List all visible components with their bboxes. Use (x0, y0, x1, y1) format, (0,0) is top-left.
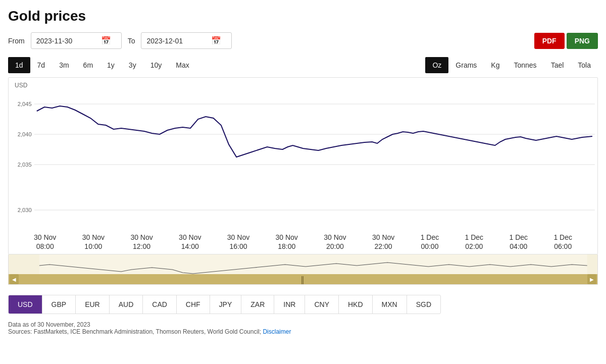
x-label-6: 30 Nov20:00 (324, 233, 346, 251)
export-buttons: PDF PNG (534, 33, 598, 49)
currency-btn-chf[interactable]: CHF (177, 295, 210, 314)
currency-btn-cny[interactable]: CNY (305, 295, 339, 314)
time-range-buttons: 1d7d3m6m1y3y10yMax (8, 57, 196, 73)
currency-btn-inr[interactable]: INR (274, 295, 305, 314)
chart-svg-wrapper: 2,045 2,040 2,035 2,030 (9, 89, 597, 232)
time-range-btn-7d[interactable]: 7d (30, 57, 53, 73)
to-date-input[interactable] (146, 37, 207, 45)
price-line (37, 106, 592, 157)
currency-selector: USDGBPEURAUDCADCHFJPYZARINRCNYHKDMXNSGD (8, 295, 441, 314)
unit-btn-tola[interactable]: Tola (571, 57, 598, 73)
y-axis-label: USD (9, 78, 597, 89)
date-filter-row: From 📅 To 📅 PDF PNG (8, 32, 598, 49)
page-title: Gold prices (8, 8, 598, 24)
from-label: From (8, 37, 25, 45)
png-button[interactable]: PNG (567, 33, 598, 49)
currency-btn-sgd[interactable]: SGD (407, 295, 440, 314)
time-range-btn-3m[interactable]: 3m (52, 57, 76, 73)
unit-btn-tael[interactable]: Tael (544, 57, 571, 73)
time-range-btn-3y[interactable]: 3y (122, 57, 143, 73)
unit-btn-oz[interactable]: Oz (425, 57, 448, 73)
x-label-11: 1 Dec06:00 (553, 233, 572, 251)
currency-btn-cad[interactable]: CAD (143, 295, 177, 314)
data-as-label: Data as of (8, 321, 36, 328)
x-label-7: 30 Nov22:00 (372, 233, 394, 251)
sources-line: Sources: FastMarkets, ICE Benchmark Admi… (8, 328, 598, 335)
currency-btn-hkd[interactable]: HKD (339, 295, 373, 314)
from-date-input-wrap[interactable]: 📅 (31, 32, 122, 49)
time-range-btn-6m[interactable]: 6m (76, 57, 100, 73)
mini-handle-left[interactable]: ◀ (10, 274, 19, 284)
svg-rect-9 (39, 254, 587, 276)
currency-btn-jpy[interactable]: JPY (210, 295, 242, 314)
svg-text:2,040: 2,040 (18, 131, 32, 137)
x-label-1: 30 Nov10:00 (82, 233, 105, 251)
time-range-btn-1y[interactable]: 1y (100, 57, 122, 73)
x-label-9: 1 Dec02:00 (465, 233, 484, 251)
to-label: To (128, 37, 135, 45)
disclaimer-link[interactable]: Disclaimer (263, 328, 291, 335)
time-range-btn-10y[interactable]: 10y (143, 57, 169, 73)
data-date-value: 30 November, 2023 (37, 321, 90, 328)
currency-btn-zar[interactable]: ZAR (241, 295, 274, 314)
pdf-button[interactable]: PDF (534, 33, 565, 49)
sources-text: Sources: FastMarkets, ICE Benchmark Admi… (8, 328, 261, 335)
x-label-10: 1 Dec04:00 (509, 233, 528, 251)
unit-buttons: OzGramsKgTonnesTaelTola (425, 57, 598, 73)
unit-btn-tonnes[interactable]: Tonnes (507, 57, 543, 73)
from-calendar-icon[interactable]: 📅 (101, 36, 111, 45)
x-label-8: 1 Dec00:00 (421, 233, 439, 251)
to-date-input-wrap[interactable]: 📅 (141, 32, 232, 49)
x-label-4: 30 Nov16:00 (227, 233, 249, 251)
x-label-5: 30 Nov18:00 (276, 233, 298, 251)
x-axis-labels: 30 Nov08:0030 Nov10:0030 Nov12:0030 Nov1… (9, 232, 597, 254)
mini-chart-svg (9, 254, 597, 276)
x-label-0: 30 Nov08:00 (34, 233, 56, 251)
svg-text:2,035: 2,035 (18, 162, 32, 168)
svg-text:2,030: 2,030 (18, 207, 32, 213)
mini-slider[interactable]: ◀ ‖ ▶ (9, 274, 597, 284)
currency-btn-usd[interactable]: USD (9, 295, 42, 314)
unit-btn-grams[interactable]: Grams (448, 57, 484, 73)
chart-area: USD 2,045 2,040 2,035 2,030 30 Nov08:003… (8, 77, 598, 254)
mini-handle-right[interactable]: ▶ (587, 274, 596, 284)
to-calendar-icon[interactable]: 📅 (211, 36, 221, 45)
mini-drag-handle[interactable]: ‖ (300, 275, 306, 284)
time-range-btn-max[interactable]: Max (169, 57, 196, 73)
unit-btn-kg[interactable]: Kg (484, 57, 507, 73)
currency-btn-aud[interactable]: AUD (110, 295, 143, 314)
currency-btn-mxn[interactable]: MXN (373, 295, 407, 314)
data-date: Data as of 30 November, 2023 (8, 321, 598, 328)
footer: Data as of 30 November, 2023 Sources: Fa… (8, 321, 598, 335)
x-label-3: 30 Nov14:00 (179, 233, 201, 251)
time-range-btn-1d[interactable]: 1d (8, 57, 30, 73)
currency-btn-eur[interactable]: EUR (76, 295, 110, 314)
svg-text:2,045: 2,045 (18, 101, 32, 107)
from-date-input[interactable] (36, 37, 97, 45)
controls-row: 1d7d3m6m1y3y10yMax OzGramsKgTonnesTaelTo… (8, 57, 598, 73)
mini-chart[interactable]: ◀ ‖ ▶ (8, 254, 598, 285)
currency-btn-gbp[interactable]: GBP (42, 295, 76, 314)
main-chart-svg: 2,045 2,040 2,035 2,030 (9, 89, 597, 230)
x-label-2: 30 Nov12:00 (130, 233, 153, 251)
